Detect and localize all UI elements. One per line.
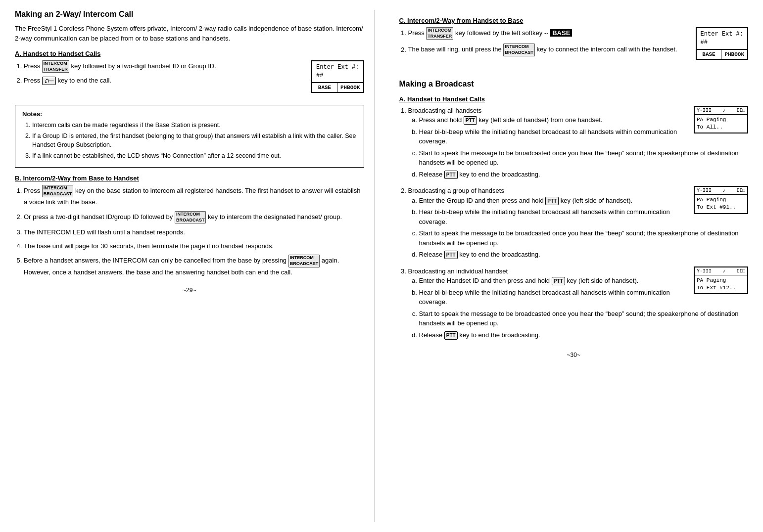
- signal-bars-3: Y∙III: [697, 268, 712, 274]
- step-a1-text2: key followed by a two-digit handset ID o…: [71, 62, 216, 70]
- lcd-small-1-line2: To All..: [697, 124, 745, 131]
- note-2: If a Group ID is entered, the first hand…: [32, 132, 357, 149]
- left-intro: The FreeStyl 1 Cordless Phone System off…: [15, 24, 364, 43]
- section-b: B. Intercom/2-Way from Base to Handset P…: [15, 175, 364, 277]
- b1-step-c: Start to speak the message to be broadca…: [419, 148, 749, 168]
- lcd-btn-base-left: BASE: [312, 83, 337, 92]
- step-a2-text1: Press: [24, 77, 40, 84]
- lcd-small-2-header: Y∙III ♪ II□: [695, 187, 747, 195]
- ptt-key-b1a: PTT: [464, 116, 477, 125]
- lcd-small-3-line2: To Ext #12..: [697, 284, 745, 292]
- ptt-key-b2a: PTT: [545, 197, 559, 205]
- intercom-transfer-key-a1: INTERCOMTRANSFER: [42, 60, 69, 73]
- b3-step-d: Release PTT key to end the broadcasting.: [419, 330, 749, 340]
- note-1: Intercom calls can be made regardless if…: [32, 121, 357, 130]
- step-a1-text1: Press: [24, 62, 40, 70]
- ptt-key-b3a: PTT: [552, 277, 565, 285]
- lcd-line2-left: ##: [316, 72, 359, 80]
- step-b5: Before a handset answers, the INTERCOM c…: [24, 255, 364, 277]
- intercom-broadcast-key-b1: INTERCOMBROADCAST: [42, 185, 74, 197]
- broadcast-2-label-text: Broadcasting a group of handsets: [408, 187, 504, 194]
- end-key-a2: ⮏―: [42, 77, 56, 85]
- b3-step-c: Start to speak the message to be broadca…: [419, 309, 749, 328]
- left-column: Making an 2-Way/ Intercom Call The FreeS…: [15, 10, 375, 522]
- intercom-broadcast-key-b2: INTERCOMBROADCAST: [175, 211, 206, 223]
- note-3: If a link cannot be established, the LCD…: [32, 151, 357, 160]
- ptt-key-b1d: PTT: [444, 171, 458, 179]
- base-highlight: BASE: [550, 29, 572, 37]
- right-page-num: ~30~: [399, 352, 749, 358]
- lcd-small-1: Y∙III ♪ II□ PA Paging To All..: [694, 106, 748, 134]
- lcd-small-2: Y∙III ♪ II□ PA Paging To Ext #91..: [694, 186, 748, 214]
- section-b-heading: B. Intercom/2-Way from Base to Handset: [15, 175, 364, 182]
- intercom-transfer-key-c1: INTERCOMTRANSFER: [426, 27, 453, 40]
- lcd-buttons-right-c: BASE PHBOOK: [697, 50, 747, 59]
- lcd-small-1-content: PA Paging To All..: [695, 115, 747, 133]
- lcd-small-2-line1: PA Paging: [697, 196, 745, 204]
- music-icon-2: ♪: [722, 188, 725, 193]
- step-c2-text1: The base will ring, until press the: [408, 46, 502, 53]
- signal-bars-2: Y∙III: [697, 188, 712, 193]
- notes-box: Notes: Intercom calls can be made regard…: [15, 105, 364, 168]
- step-c1-text1: Press: [408, 29, 425, 37]
- lcd-small-2-line2: To Ext #91..: [697, 204, 745, 211]
- broadcast-3-label-text: Broadcasting an individual handset: [408, 267, 508, 275]
- step-b4: The base unit will page for 30 seconds, …: [24, 241, 364, 251]
- notes-title: Notes:: [22, 110, 357, 118]
- lcd-box-left: Enter Ext #: ## BASE PHBOOK: [311, 60, 364, 93]
- broadcast-3: Y∙III ♪ II□ PA Paging To Ext #12.. Broad…: [399, 266, 749, 342]
- lcd-small-1-header: Y∙III ♪ II□: [695, 107, 747, 115]
- step-b3: The INTERCOM LED will flash until a hand…: [24, 227, 364, 237]
- lcd-small-3-header: Y∙III ♪ II□: [695, 267, 747, 275]
- lcd-line1-left: Enter Ext #:: [316, 63, 359, 72]
- broadcast-1: Y∙III ♪ II□ PA Paging To All.. Broadcast…: [399, 106, 749, 181]
- broadcast-2: Y∙III ♪ II□ PA Paging To Ext #91.. Broad…: [399, 186, 749, 262]
- music-icon-3: ♪: [722, 268, 725, 274]
- lcd-small-2-content: PA Paging To Ext #91..: [695, 195, 747, 213]
- left-page-num: ~29~: [15, 287, 364, 294]
- step-b5-text1: Before a handset answers, the INTERCOM c…: [24, 257, 286, 264]
- lcd-small-3-content: PA Paging To Ext #12..: [695, 275, 747, 294]
- right-column: C. Intercom/2-Way from Handset to Base E…: [394, 10, 749, 522]
- section-b-steps: Press INTERCOMBROADCAST key on the base …: [15, 185, 364, 277]
- step-b2-text2: key to intercom the designated handset/ …: [208, 213, 342, 221]
- broadcast-1-label-text: Broadcasting all handsets: [408, 107, 482, 114]
- battery-icon-3: II□: [736, 268, 745, 274]
- notes-list: Intercom calls can be made regardless if…: [22, 121, 357, 161]
- lcd-small-3-line1: PA Paging: [697, 277, 745, 284]
- b2-step-c: Start to speak the message to be broadca…: [419, 228, 749, 248]
- section-c-heading: C. Intercom/2-Way from Handset to Base: [399, 17, 749, 24]
- lcd-line2-right-c: ##: [701, 39, 743, 47]
- b2-step-d: Release PTT key to end the broadcasting.: [419, 250, 749, 260]
- left-title: Making an 2-Way/ Intercom Call: [15, 10, 364, 19]
- lcd-box-right-c: Enter Ext #: ## BASE PHBOOK: [696, 27, 748, 60]
- step-b1-text2: key on the base station to intercom all …: [24, 187, 360, 206]
- ptt-key-b2d: PTT: [444, 251, 458, 259]
- signal-bars-1: Y∙III: [697, 108, 712, 113]
- step-c2-text2: key to connect the intercom call with th…: [537, 46, 677, 53]
- intercom-broadcast-key-c2: INTERCOMBROADCAST: [503, 44, 535, 56]
- section-c: C. Intercom/2-Way from Handset to Base E…: [399, 17, 749, 65]
- step-c1-text2: key followed by the left softkey --: [455, 29, 549, 37]
- b1-step-d: Release PTT key to end the broadcasting.: [419, 170, 749, 179]
- intercom-broadcast-key-b5: INTERCOMBROADCAST: [288, 255, 320, 267]
- step-b2: Or press a two-digit handset ID/group ID…: [24, 211, 364, 223]
- broadcast-section-a: A. Handset to Handset Calls Y∙III ♪ II□ …: [399, 95, 749, 342]
- battery-icon-2: II□: [736, 188, 745, 193]
- lcd-btn-base-right-c: BASE: [697, 50, 722, 59]
- page-container: Making an 2-Way/ Intercom Call The FreeS…: [0, 0, 763, 532]
- battery-icon-1: II□: [736, 108, 745, 113]
- lcd-small-1-line1: PA Paging: [697, 116, 745, 124]
- lcd-screen-right-c: Enter Ext #: ##: [697, 28, 747, 50]
- step-b1-text1: Press: [24, 187, 40, 194]
- section-a-heading: A. Handset to Handset Calls: [15, 50, 364, 57]
- step-b1: Press INTERCOMBROADCAST key on the base …: [24, 185, 364, 207]
- step-b2-text1: Or press a two-digit handset ID/group ID…: [24, 213, 173, 221]
- broadcast-section-a-heading: A. Handset to Handset Calls: [399, 95, 749, 103]
- broadcast-title: Making a Broadcast: [399, 80, 749, 89]
- lcd-screen-left: Enter Ext #: ##: [312, 61, 363, 83]
- lcd-btn-phbook-right-c: PHBOOK: [721, 50, 747, 59]
- lcd-btn-phbook-left: PHBOOK: [337, 83, 363, 92]
- section-a-handset: A. Handset to Handset Calls Enter Ext #:…: [15, 50, 364, 98]
- lcd-buttons-left: BASE PHBOOK: [312, 83, 363, 92]
